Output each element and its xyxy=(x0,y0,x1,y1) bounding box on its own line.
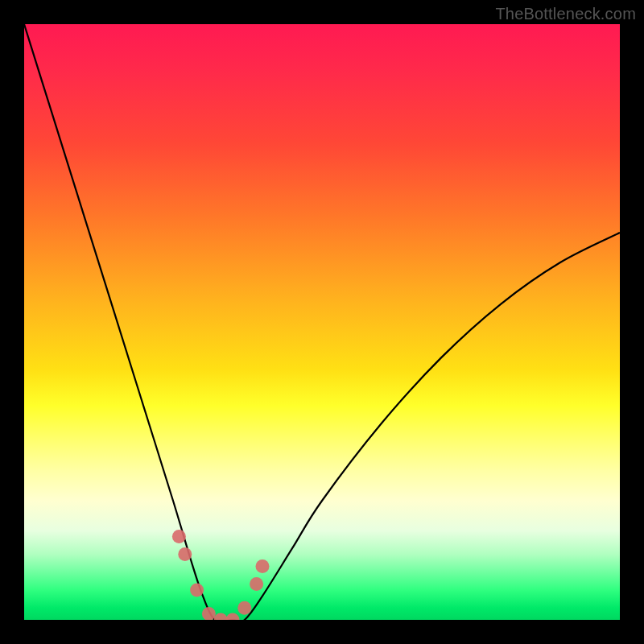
marker-point xyxy=(172,530,186,543)
watermark-text: TheBottleneck.com xyxy=(495,5,636,23)
marker-point xyxy=(226,613,240,621)
plot-area xyxy=(24,24,620,620)
marker-point xyxy=(178,547,192,561)
marker-point xyxy=(202,607,216,620)
marker-point xyxy=(214,613,228,621)
marker-point xyxy=(256,559,270,573)
bottleneck-curve xyxy=(24,24,620,620)
chart-container: TheBottleneck.com xyxy=(0,0,644,644)
marker-point xyxy=(190,584,204,597)
curve-svg xyxy=(24,24,620,620)
marker-point xyxy=(237,601,251,615)
marker-point xyxy=(250,577,263,591)
